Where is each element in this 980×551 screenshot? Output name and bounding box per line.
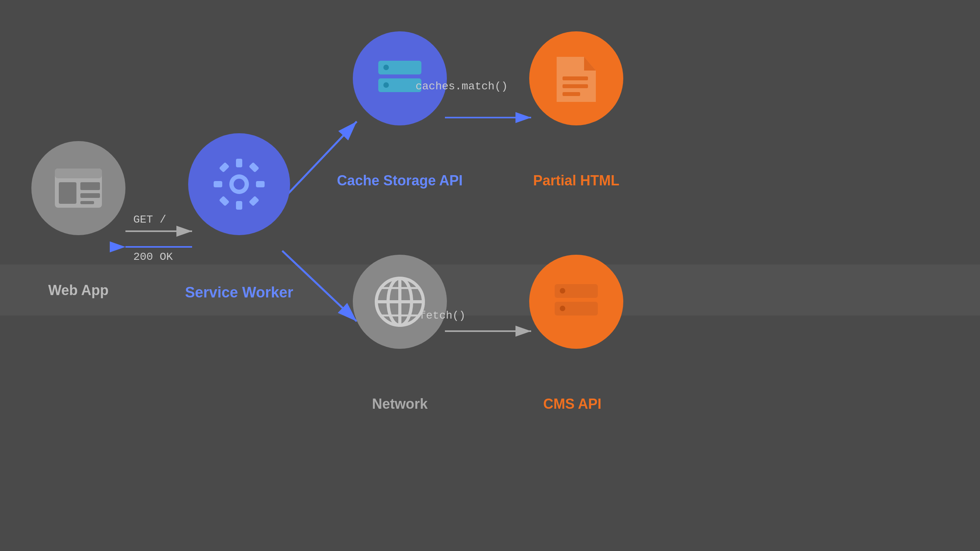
svg-point-16 (234, 179, 245, 190)
svg-rect-12 (80, 182, 100, 190)
partial-html-label: Partial HTML (502, 172, 651, 189)
ok-label: 200 OK (133, 251, 173, 263)
service-worker-node (188, 133, 290, 235)
svg-rect-38 (563, 84, 588, 88)
svg-rect-22 (249, 162, 260, 173)
svg-rect-23 (219, 196, 230, 207)
cache-storage-node (353, 31, 447, 125)
svg-rect-20 (256, 181, 265, 187)
webapp-icon (31, 141, 125, 235)
service-worker-icon (188, 133, 290, 235)
cache-storage-label: Cache Storage API (329, 172, 470, 189)
network-icon (353, 255, 447, 349)
svg-rect-24 (249, 196, 260, 207)
network-label: Network (329, 396, 470, 412)
caches-label: caches.match() (416, 80, 508, 92)
mid-band (0, 265, 980, 315)
get-label: GET / (133, 214, 166, 226)
svg-rect-39 (563, 92, 580, 96)
webapp-node (31, 141, 125, 235)
svg-rect-37 (563, 76, 588, 80)
svg-point-28 (383, 82, 389, 88)
svg-rect-19 (214, 181, 222, 187)
svg-rect-11 (59, 182, 76, 204)
svg-rect-18 (236, 201, 242, 210)
svg-point-26 (383, 65, 389, 70)
webapp-label: Web App (31, 282, 125, 299)
partial-html-icon (529, 31, 623, 125)
svg-rect-10 (55, 169, 102, 178)
cms-api-icon (529, 255, 623, 349)
cms-api-label: CMS API (514, 396, 631, 412)
cache-storage-icon (353, 31, 447, 125)
fetch-label: fetch() (419, 310, 466, 322)
network-node (353, 255, 447, 349)
svg-point-41 (560, 288, 565, 294)
svg-rect-17 (236, 159, 242, 167)
service-worker-label: Service Worker (165, 284, 314, 301)
svg-rect-21 (219, 162, 230, 173)
svg-rect-14 (80, 201, 94, 204)
partial-html-node (529, 31, 623, 125)
svg-point-43 (560, 306, 565, 311)
cms-api-node (529, 255, 623, 349)
svg-marker-36 (584, 57, 596, 71)
svg-rect-13 (80, 193, 100, 198)
